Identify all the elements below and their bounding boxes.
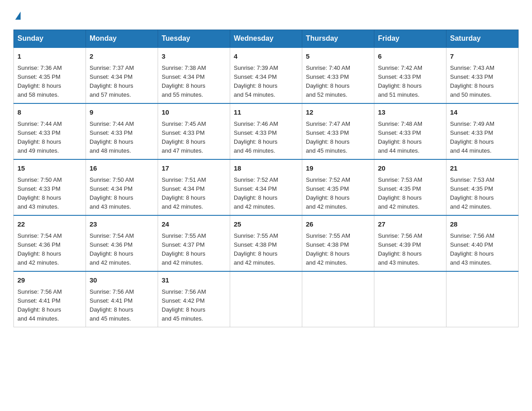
day-info: Sunrise: 7:56 AMSunset: 4:41 PMDaylight:… bbox=[17, 288, 62, 322]
day-info: Sunrise: 7:42 AMSunset: 4:33 PMDaylight:… bbox=[378, 64, 422, 98]
day-number: 24 bbox=[162, 219, 226, 230]
day-number: 17 bbox=[162, 163, 226, 174]
calendar-cell bbox=[374, 271, 446, 327]
calendar-week-row: 29 Sunrise: 7:56 AMSunset: 4:41 PMDaylig… bbox=[14, 271, 519, 327]
calendar-cell: 10 Sunrise: 7:45 AMSunset: 4:33 PMDaylig… bbox=[158, 103, 230, 159]
calendar-cell: 1 Sunrise: 7:36 AMSunset: 4:35 PMDayligh… bbox=[14, 47, 86, 103]
day-info: Sunrise: 7:52 AMSunset: 4:34 PMDaylight:… bbox=[234, 176, 278, 210]
day-info: Sunrise: 7:44 AMSunset: 4:33 PMDaylight:… bbox=[90, 120, 134, 154]
day-info: Sunrise: 7:56 AMSunset: 4:42 PMDaylight:… bbox=[162, 288, 206, 322]
day-info: Sunrise: 7:50 AMSunset: 4:34 PMDaylight:… bbox=[90, 176, 134, 210]
day-number: 10 bbox=[162, 107, 226, 118]
calendar-cell: 7 Sunrise: 7:43 AMSunset: 4:33 PMDayligh… bbox=[446, 47, 519, 103]
calendar-cell bbox=[230, 271, 302, 327]
day-number: 31 bbox=[162, 275, 226, 286]
day-info: Sunrise: 7:52 AMSunset: 4:35 PMDaylight:… bbox=[306, 176, 350, 210]
calendar-cell: 4 Sunrise: 7:39 AMSunset: 4:34 PMDayligh… bbox=[230, 47, 302, 103]
day-number: 25 bbox=[234, 219, 298, 230]
calendar-cell: 5 Sunrise: 7:40 AMSunset: 4:33 PMDayligh… bbox=[302, 47, 374, 103]
day-info: Sunrise: 7:36 AMSunset: 4:35 PMDaylight:… bbox=[17, 64, 62, 98]
calendar-cell: 20 Sunrise: 7:53 AMSunset: 4:35 PMDaylig… bbox=[374, 159, 446, 215]
day-info: Sunrise: 7:40 AMSunset: 4:33 PMDaylight:… bbox=[306, 64, 350, 98]
logo bbox=[13, 9, 21, 21]
calendar-cell: 27 Sunrise: 7:56 AMSunset: 4:39 PMDaylig… bbox=[374, 215, 446, 271]
calendar-cell: 22 Sunrise: 7:54 AMSunset: 4:36 PMDaylig… bbox=[14, 215, 86, 271]
calendar-cell: 15 Sunrise: 7:50 AMSunset: 4:33 PMDaylig… bbox=[14, 159, 86, 215]
calendar-cell: 13 Sunrise: 7:48 AMSunset: 4:33 PMDaylig… bbox=[374, 103, 446, 159]
day-number: 27 bbox=[378, 219, 442, 230]
logo-general-row bbox=[13, 9, 21, 21]
day-info: Sunrise: 7:45 AMSunset: 4:33 PMDaylight:… bbox=[162, 120, 206, 154]
calendar-week-row: 22 Sunrise: 7:54 AMSunset: 4:36 PMDaylig… bbox=[14, 215, 519, 271]
day-info: Sunrise: 7:54 AMSunset: 4:36 PMDaylight:… bbox=[90, 232, 134, 266]
day-info: Sunrise: 7:55 AMSunset: 4:38 PMDaylight:… bbox=[306, 232, 350, 266]
logo-arrow-icon bbox=[15, 12, 21, 20]
day-info: Sunrise: 7:51 AMSunset: 4:34 PMDaylight:… bbox=[162, 176, 206, 210]
calendar-cell: 11 Sunrise: 7:46 AMSunset: 4:33 PMDaylig… bbox=[230, 103, 302, 159]
day-info: Sunrise: 7:39 AMSunset: 4:34 PMDaylight:… bbox=[234, 64, 278, 98]
day-number: 15 bbox=[17, 163, 82, 174]
day-number: 18 bbox=[234, 163, 298, 174]
calendar-cell: 6 Sunrise: 7:42 AMSunset: 4:33 PMDayligh… bbox=[374, 47, 446, 103]
calendar-week-row: 1 Sunrise: 7:36 AMSunset: 4:35 PMDayligh… bbox=[14, 47, 519, 103]
day-info: Sunrise: 7:43 AMSunset: 4:33 PMDaylight:… bbox=[450, 64, 494, 98]
day-number: 21 bbox=[450, 163, 515, 174]
day-number: 4 bbox=[234, 51, 298, 62]
day-info: Sunrise: 7:37 AMSunset: 4:34 PMDaylight:… bbox=[90, 64, 134, 98]
calendar-cell: 8 Sunrise: 7:44 AMSunset: 4:33 PMDayligh… bbox=[14, 103, 86, 159]
header-wednesday: Wednesday bbox=[230, 30, 302, 48]
calendar-cell: 3 Sunrise: 7:38 AMSunset: 4:34 PMDayligh… bbox=[158, 47, 230, 103]
day-number: 19 bbox=[306, 163, 370, 174]
calendar-cell: 16 Sunrise: 7:50 AMSunset: 4:34 PMDaylig… bbox=[86, 159, 158, 215]
calendar-cell: 14 Sunrise: 7:49 AMSunset: 4:33 PMDaylig… bbox=[446, 103, 519, 159]
day-number: 26 bbox=[306, 219, 370, 230]
day-number: 6 bbox=[378, 51, 442, 62]
calendar-cell: 29 Sunrise: 7:56 AMSunset: 4:41 PMDaylig… bbox=[14, 271, 86, 327]
day-info: Sunrise: 7:56 AMSunset: 4:40 PMDaylight:… bbox=[450, 232, 494, 266]
calendar-cell: 17 Sunrise: 7:51 AMSunset: 4:34 PMDaylig… bbox=[158, 159, 230, 215]
calendar-cell bbox=[302, 271, 374, 327]
day-number: 22 bbox=[17, 219, 82, 230]
calendar-week-row: 15 Sunrise: 7:50 AMSunset: 4:33 PMDaylig… bbox=[14, 159, 519, 215]
day-number: 8 bbox=[17, 107, 82, 118]
day-info: Sunrise: 7:49 AMSunset: 4:33 PMDaylight:… bbox=[450, 120, 494, 154]
calendar-cell: 25 Sunrise: 7:55 AMSunset: 4:38 PMDaylig… bbox=[230, 215, 302, 271]
day-number: 28 bbox=[450, 219, 515, 230]
header-saturday: Saturday bbox=[446, 30, 519, 48]
day-number: 13 bbox=[378, 107, 442, 118]
day-number: 16 bbox=[90, 163, 154, 174]
header-tuesday: Tuesday bbox=[158, 30, 230, 48]
calendar-cell: 2 Sunrise: 7:37 AMSunset: 4:34 PMDayligh… bbox=[86, 47, 158, 103]
calendar-cell: 18 Sunrise: 7:52 AMSunset: 4:34 PMDaylig… bbox=[230, 159, 302, 215]
calendar-cell: 28 Sunrise: 7:56 AMSunset: 4:40 PMDaylig… bbox=[446, 215, 519, 271]
calendar-cell: 9 Sunrise: 7:44 AMSunset: 4:33 PMDayligh… bbox=[86, 103, 158, 159]
day-number: 3 bbox=[162, 51, 226, 62]
day-info: Sunrise: 7:56 AMSunset: 4:41 PMDaylight:… bbox=[90, 288, 134, 322]
day-info: Sunrise: 7:50 AMSunset: 4:33 PMDaylight:… bbox=[17, 176, 62, 210]
calendar-cell: 23 Sunrise: 7:54 AMSunset: 4:36 PMDaylig… bbox=[86, 215, 158, 271]
day-number: 20 bbox=[378, 163, 442, 174]
day-number: 23 bbox=[90, 219, 154, 230]
calendar-cell: 21 Sunrise: 7:53 AMSunset: 4:35 PMDaylig… bbox=[446, 159, 519, 215]
page-header bbox=[13, 9, 519, 21]
day-info: Sunrise: 7:44 AMSunset: 4:33 PMDaylight:… bbox=[17, 120, 62, 154]
day-info: Sunrise: 7:55 AMSunset: 4:38 PMDaylight:… bbox=[234, 232, 278, 266]
calendar-cell: 19 Sunrise: 7:52 AMSunset: 4:35 PMDaylig… bbox=[302, 159, 374, 215]
day-number: 9 bbox=[90, 107, 154, 118]
calendar-cell: 24 Sunrise: 7:55 AMSunset: 4:37 PMDaylig… bbox=[158, 215, 230, 271]
day-info: Sunrise: 7:53 AMSunset: 4:35 PMDaylight:… bbox=[378, 176, 422, 210]
calendar-cell: 12 Sunrise: 7:47 AMSunset: 4:33 PMDaylig… bbox=[302, 103, 374, 159]
day-info: Sunrise: 7:55 AMSunset: 4:37 PMDaylight:… bbox=[162, 232, 206, 266]
calendar-cell: 30 Sunrise: 7:56 AMSunset: 4:41 PMDaylig… bbox=[86, 271, 158, 327]
day-number: 1 bbox=[17, 51, 82, 62]
day-info: Sunrise: 7:48 AMSunset: 4:33 PMDaylight:… bbox=[378, 120, 422, 154]
day-info: Sunrise: 7:38 AMSunset: 4:34 PMDaylight:… bbox=[162, 64, 206, 98]
calendar-week-row: 8 Sunrise: 7:44 AMSunset: 4:33 PMDayligh… bbox=[14, 103, 519, 159]
calendar-cell: 26 Sunrise: 7:55 AMSunset: 4:38 PMDaylig… bbox=[302, 215, 374, 271]
day-info: Sunrise: 7:46 AMSunset: 4:33 PMDaylight:… bbox=[234, 120, 278, 154]
day-number: 5 bbox=[306, 51, 370, 62]
header-sunday: Sunday bbox=[14, 30, 86, 48]
day-number: 2 bbox=[90, 51, 154, 62]
calendar-table: SundayMondayTuesdayWednesdayThursdayFrid… bbox=[13, 30, 519, 327]
day-number: 30 bbox=[90, 275, 154, 286]
